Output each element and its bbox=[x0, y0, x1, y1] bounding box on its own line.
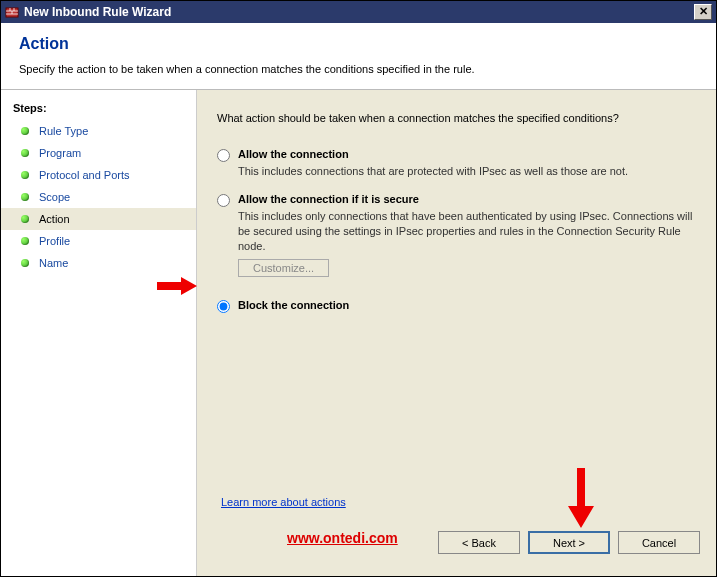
firewall-icon bbox=[5, 5, 19, 19]
steps-sidebar: Steps: Rule Type Program Protocol and Po… bbox=[1, 90, 197, 576]
titlebar: New Inbound Rule Wizard ✕ bbox=[1, 1, 716, 23]
sidebar-item-label: Name bbox=[39, 257, 68, 269]
radio-block[interactable] bbox=[217, 300, 230, 313]
sidebar-item-label: Protocol and Ports bbox=[39, 169, 130, 181]
sidebar-item-program[interactable]: Program bbox=[1, 142, 196, 164]
sidebar-item-label: Rule Type bbox=[39, 125, 88, 137]
sidebar-item-protocol-ports[interactable]: Protocol and Ports bbox=[1, 164, 196, 186]
header-area: Action Specify the action to be taken wh… bbox=[1, 23, 716, 90]
option-allow-secure-desc: This includes only connections that have… bbox=[238, 209, 696, 254]
option-allow-secure: Allow the connection if it is secure Thi… bbox=[217, 193, 696, 278]
sidebar-item-label: Scope bbox=[39, 191, 70, 203]
watermark-text: www.ontedi.com bbox=[287, 530, 398, 546]
sidebar-item-rule-type[interactable]: Rule Type bbox=[1, 120, 196, 142]
sidebar-item-scope[interactable]: Scope bbox=[1, 186, 196, 208]
option-allow: Allow the connection This includes conne… bbox=[217, 148, 696, 179]
close-button[interactable]: ✕ bbox=[694, 4, 712, 20]
annotation-arrow-icon bbox=[568, 468, 594, 528]
main-panel: What action should be taken when a conne… bbox=[197, 90, 716, 576]
cancel-button[interactable]: Cancel bbox=[618, 531, 700, 554]
option-allow-secure-title: Allow the connection if it is secure bbox=[238, 193, 696, 205]
body-area: Steps: Rule Type Program Protocol and Po… bbox=[1, 90, 716, 576]
back-button[interactable]: < Back bbox=[438, 531, 520, 554]
bullet-icon bbox=[21, 237, 29, 245]
learn-more-link[interactable]: Learn more about actions bbox=[221, 496, 346, 508]
radio-allow[interactable] bbox=[217, 149, 230, 162]
annotation-arrow-icon bbox=[157, 277, 197, 295]
option-block: Block the connection bbox=[217, 299, 696, 315]
sidebar-item-label: Action bbox=[39, 213, 70, 225]
option-allow-title: Allow the connection bbox=[238, 148, 696, 160]
option-block-title: Block the connection bbox=[238, 299, 696, 311]
sidebar-item-label: Program bbox=[39, 147, 81, 159]
sidebar-item-label: Profile bbox=[39, 235, 70, 247]
option-allow-desc: This includes connections that are prote… bbox=[238, 164, 696, 179]
bullet-icon bbox=[21, 171, 29, 179]
bullet-icon bbox=[21, 149, 29, 157]
sidebar-item-action[interactable]: Action bbox=[1, 208, 196, 230]
prompt-text: What action should be taken when a conne… bbox=[217, 112, 696, 124]
sidebar-item-profile[interactable]: Profile bbox=[1, 230, 196, 252]
window-title: New Inbound Rule Wizard bbox=[24, 5, 694, 19]
page-title: Action bbox=[19, 35, 698, 53]
bullet-icon bbox=[21, 215, 29, 223]
bullet-icon bbox=[21, 193, 29, 201]
wizard-window: New Inbound Rule Wizard ✕ Action Specify… bbox=[0, 0, 717, 577]
radio-allow-secure[interactable] bbox=[217, 194, 230, 207]
customize-button: Customize... bbox=[238, 259, 329, 277]
next-button[interactable]: Next > bbox=[528, 531, 610, 554]
steps-heading: Steps: bbox=[1, 98, 196, 120]
bullet-icon bbox=[21, 127, 29, 135]
bullet-icon bbox=[21, 259, 29, 267]
sidebar-item-name[interactable]: Name bbox=[1, 252, 196, 274]
wizard-buttons: < Back Next > Cancel bbox=[438, 531, 700, 554]
page-subtitle: Specify the action to be taken when a co… bbox=[19, 63, 698, 75]
